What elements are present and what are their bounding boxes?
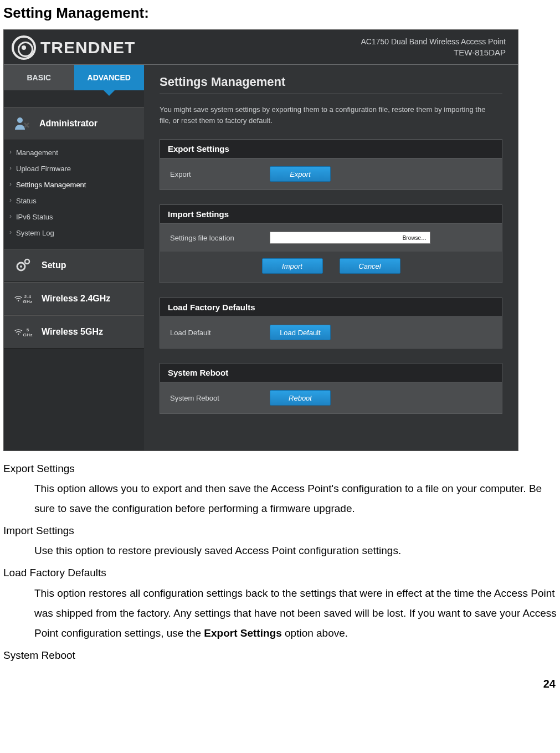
sidebar-item-management[interactable]: Management (4, 145, 144, 161)
header-product-line: AC1750 Dual Band Wireless Access Point (361, 37, 506, 47)
sidebar-item-status[interactable]: Status (4, 193, 144, 209)
brand-logo-icon (12, 35, 36, 60)
term-export-settings: Export Settings (3, 459, 557, 479)
def-import-settings: Use this option to restore previously sa… (34, 541, 557, 561)
sidebar-setup-label: Setup (42, 260, 66, 270)
panel-system-reboot: System Reboot System Reboot Reboot (160, 363, 502, 414)
term-load-factory-defaults: Load Factory Defaults (3, 563, 557, 583)
wifi-24-icon: 2.4 GHz (14, 290, 33, 307)
header-model-number: TEW-815DAP (361, 47, 506, 58)
panel-import-title: Import Settings (160, 205, 502, 224)
sidebar-w24-label: Wireless 2.4GHz (42, 294, 110, 304)
main-content: Settings Management You might save syste… (144, 65, 518, 450)
sidebar-item-settings-management[interactable]: Settings Management (4, 177, 144, 193)
sidebar-section-wireless-5[interactable]: 5 GHz Wireless 5GHz (4, 315, 144, 349)
brand-text: TRENDNET (40, 38, 135, 57)
cancel-button[interactable]: Cancel (340, 258, 400, 274)
panel-factory-title: Load Factory Defaults (160, 298, 502, 317)
mode-tabs: BASIC ADVANCED (4, 65, 144, 90)
export-button[interactable]: Export (270, 166, 331, 182)
svg-point-5 (18, 334, 19, 335)
wifi-5-icon: 5 GHz (14, 324, 33, 340)
svg-point-4 (18, 300, 19, 301)
load-default-button[interactable]: Load Default (270, 325, 331, 340)
header-bar: TRENDNET AC1750 Dual Band Wireless Acces… (4, 30, 518, 64)
sidebar-section-setup[interactable]: Setup (4, 249, 144, 282)
panel-load-factory-defaults: Load Factory Defaults Load Default Load … (160, 298, 502, 349)
term-import-settings: Import Settings (3, 521, 557, 541)
wifi-5-band-label: 5 GHz (23, 327, 33, 337)
def-export-settings: This option allows you to export and the… (34, 479, 557, 519)
sidebar: BASIC ADVANCED Administrator Management … (4, 65, 144, 450)
sidebar-item-ipv6-status[interactable]: IPv6 Status (4, 209, 144, 225)
browse-button[interactable]: Browse… (403, 235, 427, 241)
import-row-label: Settings file location (170, 234, 270, 242)
sidebar-admin-submenu: Management Upload Firmware Settings Mana… (4, 140, 144, 249)
panel-reboot-title: System Reboot (160, 363, 502, 382)
svg-point-0 (17, 117, 23, 123)
tab-advanced[interactable]: ADVANCED (74, 65, 145, 90)
sidebar-item-upload-firmware[interactable]: Upload Firmware (4, 161, 144, 177)
def-load-factory-defaults: This option restores all configuration s… (34, 583, 557, 643)
export-row-label: Export (170, 170, 270, 178)
page-description: You might save system settings by export… (160, 104, 486, 126)
import-button[interactable]: Import (262, 258, 323, 274)
sidebar-section-administrator[interactable]: Administrator (4, 107, 144, 140)
doc-heading: Setting Management: (3, 4, 560, 22)
sidebar-w5-label: Wireless 5GHz (42, 327, 103, 337)
factory-row-label: Load Default (170, 329, 270, 337)
page-number: 24 (0, 678, 556, 690)
doc-body-text: Export Settings This option allows you t… (3, 459, 557, 665)
svg-point-3 (25, 259, 29, 264)
panel-export-title: Export Settings (160, 140, 502, 158)
panel-export-settings: Export Settings Export Export (160, 139, 502, 190)
brand: TRENDNET (12, 35, 135, 60)
wifi-24-band-label: 2.4 GHz (23, 294, 33, 304)
panel-import-settings: Import Settings Settings file location B… (160, 204, 502, 283)
header-model: AC1750 Dual Band Wireless Access Point T… (361, 37, 506, 58)
sidebar-item-system-log[interactable]: System Log (4, 225, 144, 241)
svg-point-2 (20, 265, 22, 268)
file-location-input[interactable]: Browse… (270, 232, 430, 244)
sidebar-admin-label: Administrator (39, 119, 97, 129)
page-title: Settings Management (160, 75, 502, 94)
router-admin-screenshot: TRENDNET AC1750 Dual Band Wireless Acces… (3, 29, 518, 451)
sidebar-section-wireless-24[interactable]: 2.4 GHz Wireless 2.4GHz (4, 282, 144, 315)
tab-basic[interactable]: BASIC (4, 65, 74, 90)
term-system-reboot: System Reboot (3, 646, 557, 665)
administrator-icon (14, 115, 30, 132)
reboot-button[interactable]: Reboot (270, 390, 331, 406)
reboot-row-label: System Reboot (170, 394, 270, 402)
gear-icon (14, 257, 33, 274)
